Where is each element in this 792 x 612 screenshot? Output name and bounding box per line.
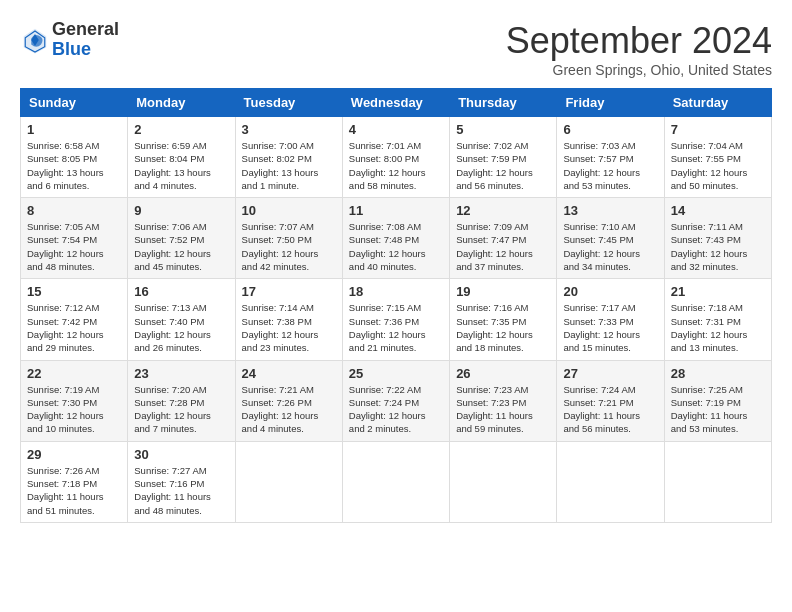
day-number: 19 <box>456 284 550 299</box>
day-info: Sunrise: 7:05 AM Sunset: 7:54 PM Dayligh… <box>27 220 121 273</box>
logo-blue-text: Blue <box>52 40 119 60</box>
calendar-cell: 10 Sunrise: 7:07 AM Sunset: 7:50 PM Dayl… <box>235 198 342 279</box>
day-info: Sunrise: 7:11 AM Sunset: 7:43 PM Dayligh… <box>671 220 765 273</box>
calendar-week-4: 22 Sunrise: 7:19 AM Sunset: 7:30 PM Dayl… <box>21 360 772 441</box>
day-info: Sunrise: 7:24 AM Sunset: 7:21 PM Dayligh… <box>563 383 657 436</box>
calendar-week-5: 29 Sunrise: 7:26 AM Sunset: 7:18 PM Dayl… <box>21 441 772 522</box>
day-number: 3 <box>242 122 336 137</box>
day-info: Sunrise: 7:00 AM Sunset: 8:02 PM Dayligh… <box>242 139 336 192</box>
calendar-cell: 21 Sunrise: 7:18 AM Sunset: 7:31 PM Dayl… <box>664 279 771 360</box>
day-number: 15 <box>27 284 121 299</box>
page-header: General Blue September 2024 Green Spring… <box>20 20 772 78</box>
calendar-cell <box>450 441 557 522</box>
day-info: Sunrise: 7:18 AM Sunset: 7:31 PM Dayligh… <box>671 301 765 354</box>
calendar-cell: 16 Sunrise: 7:13 AM Sunset: 7:40 PM Dayl… <box>128 279 235 360</box>
day-number: 10 <box>242 203 336 218</box>
day-number: 28 <box>671 366 765 381</box>
day-number: 16 <box>134 284 228 299</box>
day-number: 23 <box>134 366 228 381</box>
day-info: Sunrise: 7:07 AM Sunset: 7:50 PM Dayligh… <box>242 220 336 273</box>
day-info: Sunrise: 6:59 AM Sunset: 8:04 PM Dayligh… <box>134 139 228 192</box>
weekday-header-wednesday: Wednesday <box>342 89 449 117</box>
day-info: Sunrise: 7:01 AM Sunset: 8:00 PM Dayligh… <box>349 139 443 192</box>
day-info: Sunrise: 6:58 AM Sunset: 8:05 PM Dayligh… <box>27 139 121 192</box>
day-number: 24 <box>242 366 336 381</box>
calendar-cell <box>235 441 342 522</box>
day-info: Sunrise: 7:25 AM Sunset: 7:19 PM Dayligh… <box>671 383 765 436</box>
calendar-cell <box>557 441 664 522</box>
calendar-cell: 6 Sunrise: 7:03 AM Sunset: 7:57 PM Dayli… <box>557 117 664 198</box>
day-number: 1 <box>27 122 121 137</box>
day-info: Sunrise: 7:02 AM Sunset: 7:59 PM Dayligh… <box>456 139 550 192</box>
day-number: 14 <box>671 203 765 218</box>
day-number: 6 <box>563 122 657 137</box>
day-number: 7 <box>671 122 765 137</box>
calendar-week-3: 15 Sunrise: 7:12 AM Sunset: 7:42 PM Dayl… <box>21 279 772 360</box>
day-number: 9 <box>134 203 228 218</box>
calendar-cell: 8 Sunrise: 7:05 AM Sunset: 7:54 PM Dayli… <box>21 198 128 279</box>
day-number: 12 <box>456 203 550 218</box>
calendar-header-row: SundayMondayTuesdayWednesdayThursdayFrid… <box>21 89 772 117</box>
day-info: Sunrise: 7:10 AM Sunset: 7:45 PM Dayligh… <box>563 220 657 273</box>
day-info: Sunrise: 7:15 AM Sunset: 7:36 PM Dayligh… <box>349 301 443 354</box>
calendar-cell: 27 Sunrise: 7:24 AM Sunset: 7:21 PM Dayl… <box>557 360 664 441</box>
day-number: 11 <box>349 203 443 218</box>
calendar-week-2: 8 Sunrise: 7:05 AM Sunset: 7:54 PM Dayli… <box>21 198 772 279</box>
calendar-cell: 19 Sunrise: 7:16 AM Sunset: 7:35 PM Dayl… <box>450 279 557 360</box>
day-number: 21 <box>671 284 765 299</box>
calendar-cell: 14 Sunrise: 7:11 AM Sunset: 7:43 PM Dayl… <box>664 198 771 279</box>
day-info: Sunrise: 7:20 AM Sunset: 7:28 PM Dayligh… <box>134 383 228 436</box>
day-info: Sunrise: 7:23 AM Sunset: 7:23 PM Dayligh… <box>456 383 550 436</box>
calendar-cell: 25 Sunrise: 7:22 AM Sunset: 7:24 PM Dayl… <box>342 360 449 441</box>
day-info: Sunrise: 7:08 AM Sunset: 7:48 PM Dayligh… <box>349 220 443 273</box>
calendar-cell <box>342 441 449 522</box>
day-info: Sunrise: 7:22 AM Sunset: 7:24 PM Dayligh… <box>349 383 443 436</box>
day-number: 2 <box>134 122 228 137</box>
calendar-cell: 13 Sunrise: 7:10 AM Sunset: 7:45 PM Dayl… <box>557 198 664 279</box>
calendar-cell: 1 Sunrise: 6:58 AM Sunset: 8:05 PM Dayli… <box>21 117 128 198</box>
day-number: 8 <box>27 203 121 218</box>
calendar-cell: 28 Sunrise: 7:25 AM Sunset: 7:19 PM Dayl… <box>664 360 771 441</box>
calendar-cell: 15 Sunrise: 7:12 AM Sunset: 7:42 PM Dayl… <box>21 279 128 360</box>
calendar-cell: 3 Sunrise: 7:00 AM Sunset: 8:02 PM Dayli… <box>235 117 342 198</box>
day-info: Sunrise: 7:19 AM Sunset: 7:30 PM Dayligh… <box>27 383 121 436</box>
day-info: Sunrise: 7:06 AM Sunset: 7:52 PM Dayligh… <box>134 220 228 273</box>
day-number: 4 <box>349 122 443 137</box>
calendar-cell: 23 Sunrise: 7:20 AM Sunset: 7:28 PM Dayl… <box>128 360 235 441</box>
day-number: 29 <box>27 447 121 462</box>
calendar-cell: 17 Sunrise: 7:14 AM Sunset: 7:38 PM Dayl… <box>235 279 342 360</box>
calendar-cell: 18 Sunrise: 7:15 AM Sunset: 7:36 PM Dayl… <box>342 279 449 360</box>
day-info: Sunrise: 7:17 AM Sunset: 7:33 PM Dayligh… <box>563 301 657 354</box>
day-number: 13 <box>563 203 657 218</box>
calendar-cell: 20 Sunrise: 7:17 AM Sunset: 7:33 PM Dayl… <box>557 279 664 360</box>
weekday-header-saturday: Saturday <box>664 89 771 117</box>
weekday-header-thursday: Thursday <box>450 89 557 117</box>
day-info: Sunrise: 7:13 AM Sunset: 7:40 PM Dayligh… <box>134 301 228 354</box>
calendar-cell: 9 Sunrise: 7:06 AM Sunset: 7:52 PM Dayli… <box>128 198 235 279</box>
calendar-cell: 12 Sunrise: 7:09 AM Sunset: 7:47 PM Dayl… <box>450 198 557 279</box>
calendar-cell: 4 Sunrise: 7:01 AM Sunset: 8:00 PM Dayli… <box>342 117 449 198</box>
day-info: Sunrise: 7:16 AM Sunset: 7:35 PM Dayligh… <box>456 301 550 354</box>
calendar-week-1: 1 Sunrise: 6:58 AM Sunset: 8:05 PM Dayli… <box>21 117 772 198</box>
logo-general-text: General <box>52 20 119 40</box>
day-number: 18 <box>349 284 443 299</box>
day-info: Sunrise: 7:09 AM Sunset: 7:47 PM Dayligh… <box>456 220 550 273</box>
day-info: Sunrise: 7:21 AM Sunset: 7:26 PM Dayligh… <box>242 383 336 436</box>
weekday-header-sunday: Sunday <box>21 89 128 117</box>
day-info: Sunrise: 7:26 AM Sunset: 7:18 PM Dayligh… <box>27 464 121 517</box>
weekday-header-monday: Monday <box>128 89 235 117</box>
day-number: 26 <box>456 366 550 381</box>
day-info: Sunrise: 7:12 AM Sunset: 7:42 PM Dayligh… <box>27 301 121 354</box>
calendar-cell: 7 Sunrise: 7:04 AM Sunset: 7:55 PM Dayli… <box>664 117 771 198</box>
location-subtitle: Green Springs, Ohio, United States <box>506 62 772 78</box>
calendar-cell: 2 Sunrise: 6:59 AM Sunset: 8:04 PM Dayli… <box>128 117 235 198</box>
day-info: Sunrise: 7:27 AM Sunset: 7:16 PM Dayligh… <box>134 464 228 517</box>
day-number: 17 <box>242 284 336 299</box>
weekday-header-friday: Friday <box>557 89 664 117</box>
day-number: 30 <box>134 447 228 462</box>
weekday-header-tuesday: Tuesday <box>235 89 342 117</box>
calendar-cell: 5 Sunrise: 7:02 AM Sunset: 7:59 PM Dayli… <box>450 117 557 198</box>
calendar-cell: 22 Sunrise: 7:19 AM Sunset: 7:30 PM Dayl… <box>21 360 128 441</box>
day-info: Sunrise: 7:14 AM Sunset: 7:38 PM Dayligh… <box>242 301 336 354</box>
calendar-cell: 29 Sunrise: 7:26 AM Sunset: 7:18 PM Dayl… <box>21 441 128 522</box>
